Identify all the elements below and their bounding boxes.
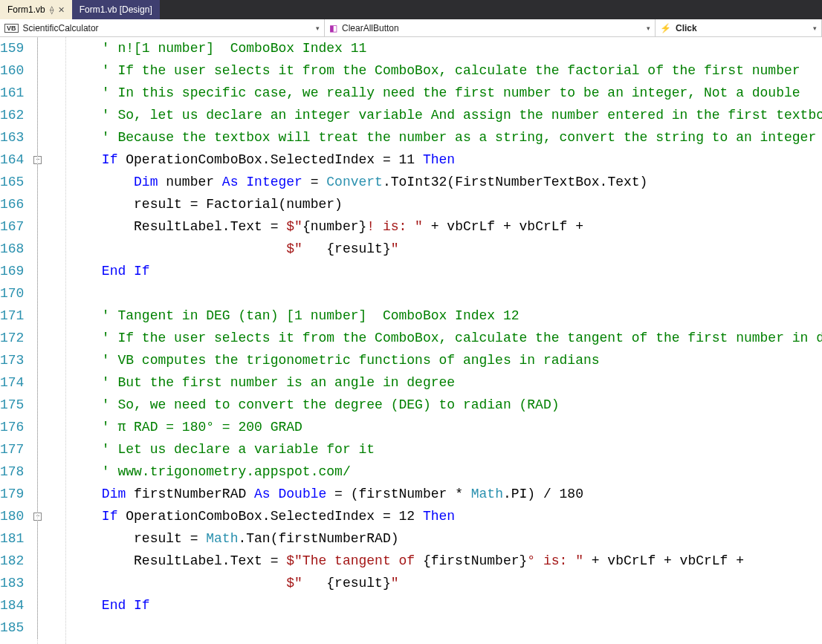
pin-icon[interactable]: ⟠ — [50, 5, 54, 15]
line-number: 174 — [0, 371, 24, 394]
line-number: 164 — [0, 149, 24, 171]
code-line[interactable]: $" {result}" — [37, 238, 822, 260]
close-icon[interactable]: ✕ — [58, 5, 65, 15]
project-name: ScientificCalculator — [23, 23, 99, 33]
line-number-gutter: 1591601611621631641651661671681691701711… — [0, 37, 31, 644]
code-line[interactable]: Dim number As Integer = Convert.ToInt32(… — [37, 171, 822, 193]
lightning-icon: ⚡ — [660, 23, 671, 33]
project-combo[interactable]: VB ScientificCalculator ▾ — [0, 19, 325, 36]
code-line[interactable]: If OperationComboBox.SelectedIndex = 11 … — [37, 149, 822, 171]
line-number: 159 — [0, 37, 24, 59]
line-number: 175 — [0, 394, 24, 416]
chevron-down-icon: ▾ — [316, 25, 320, 32]
line-number: 172 — [0, 327, 24, 349]
line-number: 184 — [0, 594, 24, 617]
code-line[interactable]: ' So, let us declare an integer variable… — [37, 104, 822, 126]
event-combo[interactable]: ⚡ Click ▾ — [656, 19, 822, 36]
line-number: 166 — [0, 193, 24, 215]
code-editor[interactable]: 1591601611621631641651661671681691701711… — [0, 37, 822, 644]
line-number: 179 — [0, 483, 24, 505]
line-number: 178 — [0, 461, 24, 483]
line-number: 177 — [0, 438, 24, 461]
object-combo[interactable]: ◧ ClearAllButton ▾ — [325, 19, 656, 36]
line-number: 163 — [0, 126, 24, 149]
tab-label: Form1.vb [Design] — [80, 4, 152, 15]
code-line[interactable]: $" {result}" — [37, 572, 822, 594]
line-number: 183 — [0, 572, 24, 594]
line-number: 181 — [0, 527, 24, 550]
line-number: 185 — [0, 617, 24, 639]
code-line[interactable]: ' If the user selects it from the ComboB… — [37, 59, 822, 82]
line-number: 165 — [0, 171, 24, 193]
code-line[interactable]: result = Factorial(number) — [37, 193, 822, 215]
code-line[interactable]: ' Tangent in DEG (tan) [1 number] ComboB… — [37, 305, 822, 327]
code-line[interactable]: ResultLabel.Text = $"The tangent of {fir… — [37, 550, 822, 572]
code-line[interactable]: ' n![1 number] ComboBox Index 11 — [37, 37, 822, 59]
code-line[interactable]: ' Because the textbox will treat the num… — [37, 126, 822, 149]
code-line[interactable]: ' π RAD = 180° = 200 GRAD — [37, 416, 822, 438]
code-line[interactable]: ' VB computes the trigonometric function… — [37, 349, 822, 371]
line-number: 169 — [0, 260, 24, 282]
method-icon: ◧ — [329, 23, 337, 33]
vb-icon: VB — [4, 24, 19, 33]
code-line[interactable]: ' So, we need to convert the degree (DEG… — [37, 394, 822, 416]
line-number: 162 — [0, 104, 24, 126]
chevron-down-icon: ▾ — [647, 25, 650, 32]
code-line[interactable]: ResultLabel.Text = $"{number}! is: " + v… — [37, 215, 822, 238]
code-line[interactable]: If OperationComboBox.SelectedIndex = 12 … — [37, 505, 822, 527]
code-line[interactable] — [37, 282, 822, 305]
line-number: 173 — [0, 349, 24, 371]
code-line[interactable]: result = Math.Tan(firstNumberRAD) — [37, 527, 822, 550]
code-line[interactable]: ' In this specific case, we really need … — [37, 82, 822, 104]
code-line[interactable]: ' Let us declare a variable for it — [37, 438, 822, 461]
code-line[interactable]: Dim firstNumberRAD As Double = (firstNum… — [37, 483, 822, 505]
code-line[interactable]: End If — [37, 594, 822, 617]
line-number: 176 — [0, 416, 24, 438]
tab-bar: Form1.vb ⟠ ✕ Form1.vb [Design] — [0, 0, 822, 19]
line-number: 170 — [0, 282, 24, 305]
tab-form1-vb[interactable]: Form1.vb ⟠ ✕ — [0, 0, 72, 19]
line-number: 168 — [0, 238, 24, 260]
event-name: Click — [676, 23, 697, 33]
object-name: ClearAllButton — [342, 23, 399, 33]
code-line[interactable]: ' www.trigonometry.appspot.com/ — [37, 461, 822, 483]
line-number: 171 — [0, 305, 24, 327]
navigation-bar: VB ScientificCalculator ▾ ◧ ClearAllButt… — [0, 19, 822, 37]
chevron-down-icon: ▾ — [813, 25, 817, 32]
line-number: 161 — [0, 82, 24, 104]
tab-label: Form1.vb — [7, 4, 45, 15]
line-number: 180 — [0, 505, 24, 527]
line-number: 182 — [0, 550, 24, 572]
tab-form1-design[interactable]: Form1.vb [Design] — [72, 0, 160, 19]
line-number: 160 — [0, 59, 24, 82]
code-line[interactable]: End If — [37, 260, 822, 282]
code-line[interactable]: ' But the first number is an angle in de… — [37, 371, 822, 394]
code-line[interactable] — [37, 617, 822, 639]
line-number: 167 — [0, 215, 24, 238]
code-line[interactable]: ' If the user selects it from the ComboB… — [37, 327, 822, 349]
code-content[interactable]: ' n![1 number] ComboBox Index 11 ' If th… — [31, 37, 822, 644]
